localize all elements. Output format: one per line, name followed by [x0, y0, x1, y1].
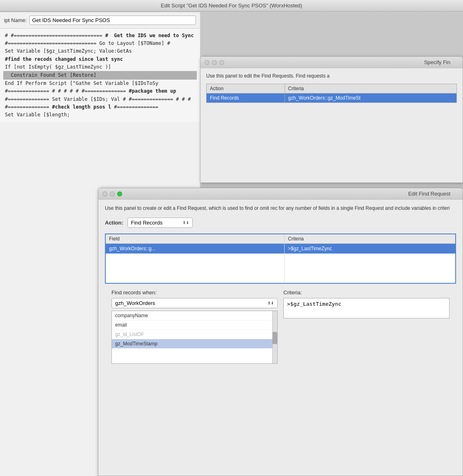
edit-find-titlebar: Edit Find Request	[98, 188, 463, 200]
code-line: If [not IsEmpty( $gz_LastTimeZync )]	[5, 64, 111, 70]
find-request-row[interactable]: Find Records gzh_WorkOrders::gz_ModTimeS…	[207, 93, 457, 103]
code-line: #	[123, 96, 126, 102]
code-line: #==============	[5, 88, 49, 94]
code-line: #==============================	[11, 33, 102, 38]
scrollbar-thumb[interactable]	[272, 332, 277, 344]
action-label: Action:	[105, 220, 123, 226]
code-line: Set Variable [$IDsToSy	[93, 80, 158, 86]
empty-cell	[105, 263, 285, 273]
code-line: #	[176, 96, 179, 102]
script-name-bar: ipt Name:	[0, 12, 200, 29]
code-line: # Get the IDS we need to Sync	[105, 33, 194, 38]
code-line: #check length psos l	[52, 104, 111, 110]
field-list: companyName email gz_id_ListOF gz_ModTim…	[111, 311, 278, 364]
criteria-empty-row	[105, 254, 456, 263]
field-cell: gzh_WorkOrders::g...	[105, 244, 285, 254]
edit-find-dialog: Edit Find Request Use this panel to crea…	[98, 188, 463, 476]
field-list-item-disabled: gz_id_ListOF	[112, 330, 277, 339]
title-bar: Edit Script "Get IDS Needed For Sync PSO…	[0, 0, 463, 11]
criteria-section: Criteria: >$gz_LastTimeZync	[283, 289, 450, 364]
code-line: Set Variable [$length;	[5, 112, 70, 118]
specify-find-body: Use this panel to edit the Find Requests…	[200, 68, 463, 107]
find-requests-table: Action Criteria Find Records gzh_WorkOrd…	[206, 84, 457, 103]
script-name-input[interactable]	[29, 16, 196, 25]
code-line: #	[58, 88, 61, 94]
bottom-section: Find records when: gzh_WorkOrders ⬆⬇ com…	[105, 289, 456, 364]
find-criteria-cell: gzh_WorkOrders::gz_ModTimeSt	[285, 93, 456, 103]
script-code-area: # #============================== # Get …	[0, 29, 200, 122]
criteria-input[interactable]: >$gz_LastTimeZync	[283, 298, 450, 318]
maximize-icon[interactable]	[219, 60, 224, 65]
title-text: Edit Script "Get IDS Needed For Sync PSO…	[161, 2, 302, 9]
empty-cell	[285, 263, 456, 273]
find-when-label: Find records when:	[111, 289, 278, 296]
dropdown-arrow-icon: ⬆⬇	[267, 301, 274, 305]
criteria-table: Field Criteria gzh_WorkOrders::g... >$gz…	[105, 234, 456, 284]
specify-find-title: Specify Fin	[424, 59, 450, 65]
code-line: #	[167, 40, 170, 46]
empty-cell	[105, 254, 285, 263]
criteria-label: Criteria:	[283, 289, 450, 296]
criteria-empty-row	[105, 263, 456, 273]
minimize-icon[interactable]	[110, 191, 115, 196]
code-line: #	[70, 88, 73, 94]
find-when-section: Find records when: gzh_WorkOrders ⬆⬇ com…	[111, 289, 278, 364]
find-when-dropdown[interactable]: gzh_WorkOrders ⬆⬇	[111, 298, 278, 308]
criteria-cell: >$gz_LastTimeZync	[285, 244, 456, 254]
field-list-item[interactable]: companyName	[112, 311, 277, 320]
code-line: #find the recods changed since last sync	[5, 56, 123, 62]
empty-cell	[285, 273, 456, 283]
edit-find-body: Use this panel to create or edit a Find …	[98, 200, 463, 369]
script-name-label: ipt Name:	[4, 17, 27, 23]
code-line: #	[64, 88, 67, 94]
code-line: #	[182, 96, 185, 102]
code-line: #==============================	[5, 40, 96, 46]
criteria-column-header: Criteria	[285, 84, 456, 93]
criteria-row[interactable]: gzh_WorkOrders::g... >$gz_LastTimeZync	[105, 244, 456, 254]
specify-find-panel: Specify Fin Use this panel to edit the F…	[200, 56, 463, 183]
code-line: #==============	[82, 88, 126, 94]
criteria-empty-row	[105, 273, 456, 283]
scrollbar-track[interactable]	[272, 311, 277, 363]
empty-cell	[285, 254, 456, 263]
minimize-icon[interactable]	[212, 60, 217, 65]
code-line: #package them up	[129, 88, 176, 94]
empty-cell	[105, 273, 285, 283]
criteria-col-header: Criteria	[285, 234, 456, 244]
field-column-header: Field	[105, 234, 285, 244]
close-icon[interactable]	[205, 60, 209, 65]
code-line: Set Variable [$gz_LastTimeZync; Value:Ge…	[5, 48, 132, 54]
action-row: Action: Find Records ⬆⬇	[105, 218, 456, 228]
code-line: #==============	[114, 104, 158, 110]
find-when-value: gzh_WorkOrders	[115, 300, 155, 306]
code-line: #==============	[129, 96, 173, 102]
maximize-icon[interactable]	[117, 191, 122, 196]
code-line: Go to Layout [$TOName]	[99, 40, 164, 46]
close-icon[interactable]	[102, 191, 107, 196]
code-line-highlighted[interactable]: Constrain Found Set [Restore]	[3, 71, 197, 80]
field-list-item-highlighted[interactable]: gz_ModTimeStamp	[112, 339, 277, 349]
code-line: #	[5, 33, 8, 38]
code-line: #==============	[5, 104, 49, 110]
code-line: Set Variable [$IDs; Val	[52, 96, 120, 102]
dropdown-arrow-icon: ⬆⬇	[183, 220, 189, 225]
specify-find-titlebar: Specify Fin	[200, 57, 463, 68]
find-action-cell: Find Records	[207, 93, 285, 103]
action-select-value: Find Records	[131, 220, 162, 226]
code-line: Perform Script ["Gathe	[26, 80, 91, 86]
action-dropdown[interactable]: Find Records ⬆⬇	[127, 218, 193, 228]
action-column-header: Action	[207, 84, 285, 93]
edit-find-title: Edit Find Request	[408, 191, 450, 197]
code-line: #	[52, 88, 55, 94]
code-line: #	[76, 88, 78, 94]
code-line: #==============	[5, 96, 49, 102]
edit-find-description: Use this panel to create or edit a Find …	[105, 205, 456, 212]
specify-find-description: Use this panel to edit the Find Requests…	[206, 72, 457, 80]
code-line: End If	[5, 80, 22, 86]
field-list-item[interactable]: email	[112, 320, 277, 330]
code-line: #	[188, 96, 191, 102]
